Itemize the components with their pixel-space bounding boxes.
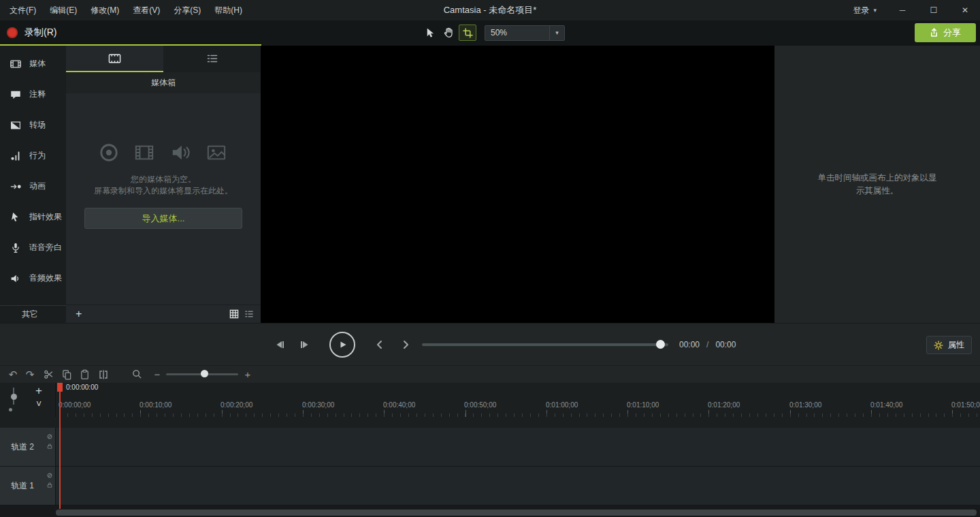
- sidebar-item-cursor-effects[interactable]: 指针效果: [0, 202, 66, 232]
- login-menu[interactable]: 登录 ▾: [853, 5, 877, 16]
- sidebar-item-media[interactable]: 媒体: [0, 48, 66, 79]
- grid-view-button[interactable]: [229, 309, 239, 319]
- copy-button[interactable]: [59, 366, 74, 383]
- collapse-tracks-button[interactable]: ˅: [36, 398, 42, 409]
- properties-hint-line-2: 示其属性。: [818, 185, 937, 198]
- list-view-button[interactable]: [244, 309, 254, 319]
- menu-view[interactable]: 查看(V): [133, 5, 160, 16]
- sidebar-item-label: 动画: [29, 181, 46, 192]
- menu-edit[interactable]: 编辑(E): [50, 5, 77, 16]
- add-media-button[interactable]: +: [76, 308, 82, 320]
- ruler-tick-label: 0:01:40;00: [870, 401, 902, 409]
- track-1-lane[interactable]: [56, 467, 980, 505]
- record-circle-icon: [99, 142, 119, 163]
- playhead-time-label: 0:00:00:00: [66, 383, 98, 391]
- sidebar-item-label: 语音旁白: [29, 242, 62, 253]
- properties-button[interactable]: 属性: [926, 336, 972, 354]
- sidebar-item-transitions[interactable]: 转场: [0, 110, 66, 140]
- select-tool-button[interactable]: [421, 25, 438, 41]
- audio-icon: [169, 142, 191, 163]
- sidebar-item-annotations[interactable]: 注释: [0, 79, 66, 110]
- split-button[interactable]: [96, 366, 111, 383]
- undo-button[interactable]: ↶: [5, 366, 20, 383]
- maximize-button[interactable]: ☐: [928, 5, 939, 15]
- previous-frame-button[interactable]: [271, 336, 287, 353]
- track-2-lane[interactable]: [56, 428, 980, 467]
- jump-forward-button[interactable]: [397, 336, 414, 353]
- close-button[interactable]: ✕: [960, 5, 970, 15]
- canvas[interactable]: [261, 46, 774, 323]
- menubar-right: 登录 ▾ ─ ☐ ✕: [853, 5, 970, 16]
- ruler-tick-label: 0:01:00;00: [546, 401, 578, 409]
- sidebar-item-animations[interactable]: 动画: [0, 171, 66, 202]
- playhead[interactable]: 0:00:00:00: [59, 383, 61, 509]
- track-row: 轨道 1: [0, 467, 980, 505]
- track-height-handle[interactable]: [11, 394, 17, 400]
- zoom-slider-handle[interactable]: [201, 370, 208, 377]
- image-icon: [205, 142, 228, 163]
- sidebar-item-voice-narration[interactable]: 语音旁白: [0, 232, 66, 263]
- timeline-spacer: [0, 417, 980, 428]
- paste-button[interactable]: [77, 366, 92, 383]
- seek-track[interactable]: [422, 343, 668, 346]
- ruler-tick-label: 0:01:50;00: [951, 401, 980, 409]
- play-button[interactable]: [329, 332, 355, 358]
- scrollbar-thumb[interactable]: [56, 510, 977, 516]
- track-lock-icon[interactable]: [47, 482, 52, 488]
- cut-button[interactable]: [41, 366, 56, 383]
- share-button[interactable]: 分享: [915, 23, 976, 42]
- track-name: 轨道 1: [11, 480, 34, 492]
- track-lock-icon[interactable]: [47, 443, 52, 449]
- track-visibility-icon[interactable]: [47, 434, 52, 439]
- next-frame-button[interactable]: [297, 336, 313, 353]
- menu-modify[interactable]: 修改(M): [91, 5, 119, 16]
- crop-tool-button[interactable]: [459, 25, 476, 41]
- menu-share[interactable]: 分享(S): [174, 5, 201, 16]
- track-header-icons: [47, 434, 52, 449]
- track-1-header[interactable]: 轨道 1: [0, 467, 56, 505]
- media-icon: [9, 58, 22, 70]
- record-button[interactable]: 录制(R): [7, 20, 56, 44]
- canvas-zoom-select[interactable]: 50% ▾: [485, 25, 565, 41]
- menu-group: 文件(F) 编辑(E) 修改(M) 查看(V) 分享(S) 帮助(H): [10, 5, 242, 16]
- tab-media-bin[interactable]: [66, 46, 163, 72]
- jump-back-button[interactable]: [372, 336, 388, 353]
- media-bin-tabs: [66, 46, 261, 72]
- import-media-button[interactable]: 导入媒体...: [84, 208, 242, 229]
- seek-handle[interactable]: [656, 340, 665, 349]
- timeline-head-controls: + ˅: [0, 383, 56, 417]
- track-height-dot: [9, 408, 12, 411]
- timeline-horizontal-scrollbar[interactable]: [56, 510, 977, 516]
- zoom-in-button[interactable]: +: [242, 366, 254, 383]
- ruler-tick-label: 0:01:30;00: [789, 401, 821, 409]
- zoom-out-button[interactable]: −: [151, 366, 163, 383]
- more-label: 其它: [22, 309, 38, 320]
- caret-down-icon: ▾: [873, 7, 877, 14]
- total-time: 00:00: [715, 340, 736, 349]
- pan-tool-button[interactable]: [440, 25, 457, 41]
- redo-button[interactable]: ↷: [22, 366, 37, 383]
- sidebar-item-more[interactable]: 其它: [0, 305, 66, 323]
- crop-icon: [463, 28, 473, 38]
- empty-media-text: 您的媒体箱为空。 屏幕录制和导入的媒体将显示在此处。: [94, 174, 233, 197]
- minimize-button[interactable]: ─: [897, 5, 908, 15]
- tab-library[interactable]: [163, 46, 261, 72]
- sidebar-item-label: 注释: [29, 89, 46, 100]
- track-visibility-icon[interactable]: [47, 473, 52, 478]
- menu-help[interactable]: 帮助(H): [214, 5, 242, 16]
- ruler-tick-label: 0:00:50;00: [464, 401, 496, 409]
- sidebar-item-label: 音频效果: [29, 272, 62, 284]
- timeline-ruler[interactable]: 0:00:00;00 0:00:10;00 0:00:20;00 0:00:30…: [56, 383, 980, 417]
- clip-bin-icon: [108, 52, 121, 65]
- sidebar-item-behaviors[interactable]: 行为: [0, 140, 66, 171]
- zoom-value: 50%: [485, 28, 549, 37]
- transition-icon: [9, 119, 22, 131]
- menu-file[interactable]: 文件(F): [10, 5, 36, 16]
- track-height-slider[interactable]: [8, 388, 19, 415]
- transport-controls: [271, 324, 414, 366]
- add-track-button[interactable]: +: [35, 384, 42, 398]
- track-2-header[interactable]: 轨道 2: [0, 428, 56, 467]
- sidebar-item-audio-effects[interactable]: 音频效果: [0, 263, 66, 294]
- timeline-body: 轨道 2 轨道 1: [0, 417, 980, 517]
- sidebar-item-label: 媒体: [29, 58, 46, 69]
